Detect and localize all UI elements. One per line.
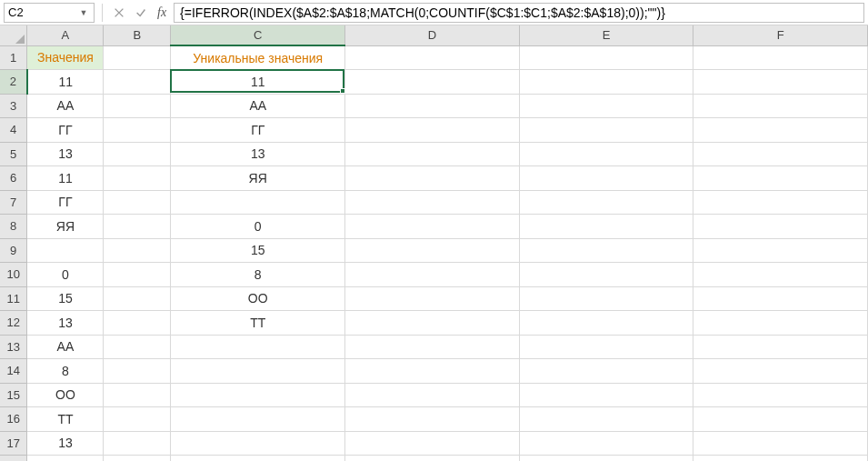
cell-B4[interactable] (104, 118, 171, 143)
cell-F18[interactable] (693, 456, 868, 462)
cell-B14[interactable] (104, 359, 171, 384)
cell-F3[interactable] (693, 94, 868, 118)
cell-A2[interactable]: 11 (27, 70, 104, 95)
cell-E6[interactable] (519, 166, 693, 191)
row-header-14[interactable]: 14 (0, 359, 27, 384)
cell-C17[interactable] (171, 431, 345, 456)
row-header-8[interactable]: 8 (0, 215, 27, 239)
cell-D8[interactable] (345, 215, 520, 239)
cell-B18[interactable] (104, 456, 171, 462)
row-header-10[interactable]: 10 (0, 263, 27, 287)
row-header-4[interactable]: 4 (0, 118, 27, 143)
cell-E2[interactable] (519, 70, 693, 95)
cell-F7[interactable] (693, 190, 868, 215)
cell-E11[interactable] (519, 286, 693, 311)
cell-E18[interactable] (519, 456, 693, 462)
cell-B3[interactable] (104, 94, 171, 118)
fx-icon[interactable]: fx (154, 5, 170, 20)
cell-D3[interactable] (345, 94, 520, 118)
column-header-F[interactable]: F (693, 25, 868, 45)
cell-E9[interactable] (519, 238, 693, 263)
row-header-16[interactable]: 16 (0, 407, 27, 432)
cell-F5[interactable] (693, 142, 868, 166)
column-header-A[interactable]: A (27, 25, 104, 45)
cell-E17[interactable] (519, 431, 693, 456)
cell-A16[interactable]: ТТ (27, 407, 104, 432)
cell-D2[interactable] (345, 70, 520, 95)
cell-F12[interactable] (693, 311, 868, 336)
row-header-1[interactable]: 1 (0, 45, 27, 70)
cell-C5[interactable]: 13 (171, 142, 345, 166)
column-header-B[interactable]: B (104, 25, 171, 45)
row-header-13[interactable]: 13 (0, 335, 27, 359)
cell-D16[interactable] (345, 407, 520, 432)
cell-F6[interactable] (693, 166, 868, 191)
cell-C15[interactable] (171, 383, 345, 407)
row-header-6[interactable]: 6 (0, 166, 27, 191)
cell-B1[interactable] (104, 45, 171, 70)
cell-C4[interactable]: ГГ (171, 118, 345, 143)
cell-F15[interactable] (693, 383, 868, 407)
cell-B12[interactable] (104, 311, 171, 336)
cell-C7[interactable] (171, 190, 345, 215)
cell-F8[interactable] (693, 215, 868, 239)
cell-D15[interactable] (345, 383, 520, 407)
cell-B7[interactable] (104, 190, 171, 215)
cell-F2[interactable] (693, 70, 868, 95)
row-header-7[interactable]: 7 (0, 190, 27, 215)
cell-F9[interactable] (693, 238, 868, 263)
select-all-corner[interactable] (0, 25, 27, 45)
cell-F16[interactable] (693, 407, 868, 432)
cell-B11[interactable] (104, 286, 171, 311)
cell-C16[interactable] (171, 407, 345, 432)
cell-C10[interactable]: 8 (171, 263, 345, 287)
cell-A11[interactable]: 15 (27, 286, 104, 311)
name-box[interactable]: C2 ▼ (4, 3, 95, 23)
cell-C11[interactable]: ОО (171, 286, 345, 311)
cell-E13[interactable] (519, 335, 693, 359)
cell-C2[interactable]: 11 (171, 70, 345, 95)
formula-input[interactable]: {=IFERROR(INDEX($A$2:$A$18;MATCH(0;COUNT… (174, 3, 864, 23)
cell-A13[interactable]: АА (27, 335, 104, 359)
cell-A18[interactable]: 13 (27, 456, 104, 462)
cell-E8[interactable] (519, 215, 693, 239)
cell-A12[interactable]: 13 (27, 311, 104, 336)
cell-E5[interactable] (519, 142, 693, 166)
cell-C18[interactable] (171, 456, 345, 462)
cell-E12[interactable] (519, 311, 693, 336)
cell-C8[interactable]: 0 (171, 215, 345, 239)
cell-D9[interactable] (345, 238, 520, 263)
cell-F4[interactable] (693, 118, 868, 143)
cell-B10[interactable] (104, 263, 171, 287)
name-box-dropdown-icon[interactable]: ▼ (77, 6, 90, 19)
row-header-5[interactable]: 5 (0, 142, 27, 166)
column-header-E[interactable]: E (519, 25, 693, 45)
cell-A3[interactable]: АА (27, 94, 104, 118)
cell-A6[interactable]: 11 (27, 166, 104, 191)
cell-E14[interactable] (519, 359, 693, 384)
cell-E1[interactable] (519, 45, 693, 70)
row-header-9[interactable]: 9 (0, 238, 27, 263)
cell-E4[interactable] (519, 118, 693, 143)
cell-D13[interactable] (345, 335, 520, 359)
row-header-17[interactable]: 17 (0, 431, 27, 456)
cell-D4[interactable] (345, 118, 520, 143)
cell-E16[interactable] (519, 407, 693, 432)
cell-D7[interactable] (345, 190, 520, 215)
cell-B15[interactable] (104, 383, 171, 407)
column-header-D[interactable]: D (345, 25, 520, 45)
cell-F10[interactable] (693, 263, 868, 287)
cell-A8[interactable]: ЯЯ (27, 215, 104, 239)
cell-C9[interactable]: 15 (171, 238, 345, 263)
cell-B5[interactable] (104, 142, 171, 166)
row-header-2[interactable]: 2 (0, 70, 27, 95)
cell-E10[interactable] (519, 263, 693, 287)
row-header-18[interactable]: 18 (0, 456, 27, 462)
cell-A9[interactable] (27, 238, 104, 263)
cell-D10[interactable] (345, 263, 520, 287)
cell-F11[interactable] (693, 286, 868, 311)
cell-A10[interactable]: 0 (27, 263, 104, 287)
cell-D12[interactable] (345, 311, 520, 336)
cell-B8[interactable] (104, 215, 171, 239)
cell-C3[interactable]: АА (171, 94, 345, 118)
